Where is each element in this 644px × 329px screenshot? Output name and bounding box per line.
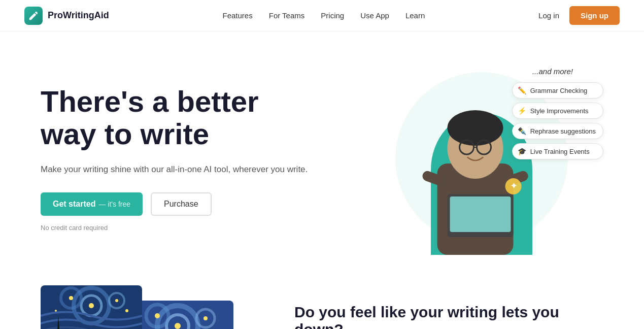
nav-links: Features For Teams Pricing Use App Learn [223, 11, 425, 20]
hero-left: There's a better way to write Make your … [41, 85, 308, 232]
svg-text:✦: ✦ [510, 181, 518, 191]
svg-point-30 [175, 323, 181, 329]
login-link[interactable]: Log in [538, 11, 559, 20]
hero-illustration: ✦ ...and more! ✏️ Grammar Checking ⚡ Sty… [360, 62, 603, 255]
section2-right: Do you feel like your writing lets you d… [294, 304, 603, 329]
section2-title: Do you feel like your writing lets you d… [294, 304, 603, 329]
svg-point-21 [55, 310, 57, 312]
svg-point-17 [89, 303, 94, 308]
svg-point-20 [125, 309, 128, 312]
logo[interactable]: ProWritingAid [24, 7, 109, 25]
hero-subtitle: Make your writing shine with our all-in-… [41, 162, 308, 176]
painting-main [41, 285, 142, 329]
hero-section: There's a better way to write Make your … [0, 31, 644, 275]
section2: My idea in my head Do you feel like your… [0, 275, 644, 329]
svg-point-32 [204, 316, 208, 320]
svg-point-19 [115, 299, 118, 302]
nav-item-for-teams[interactable]: For Teams [269, 11, 305, 20]
signup-button[interactable]: Sign up [569, 6, 620, 25]
hero-title: There's a better way to write [41, 85, 308, 150]
no-credit-card-text: No credit card required [41, 224, 308, 232]
svg-point-2 [448, 110, 503, 146]
navbar: ProWritingAid Features For Teams Pricing… [0, 0, 644, 31]
logo-text: ProWritingAid [48, 10, 109, 21]
nav-item-pricing[interactable]: Pricing [321, 11, 344, 20]
logo-icon [24, 7, 43, 25]
get-started-button[interactable]: Get started — it's free [41, 192, 143, 216]
nav-right: Log in Sign up [538, 6, 620, 25]
and-more-text: ...and more! [532, 67, 573, 76]
nav-item-learn[interactable]: Learn [405, 11, 425, 20]
purchase-button[interactable]: Purchase [151, 192, 212, 216]
svg-point-18 [69, 296, 73, 300]
section2-images: My idea in my head [41, 285, 254, 329]
nav-item-use-app[interactable]: Use App [360, 11, 389, 20]
person-illustration: ✦ [412, 92, 539, 255]
cta-buttons: Get started — it's free Purchase [41, 192, 308, 216]
svg-rect-7 [450, 196, 511, 232]
svg-point-31 [155, 313, 160, 318]
nav-item-features[interactable]: Features [223, 11, 253, 20]
